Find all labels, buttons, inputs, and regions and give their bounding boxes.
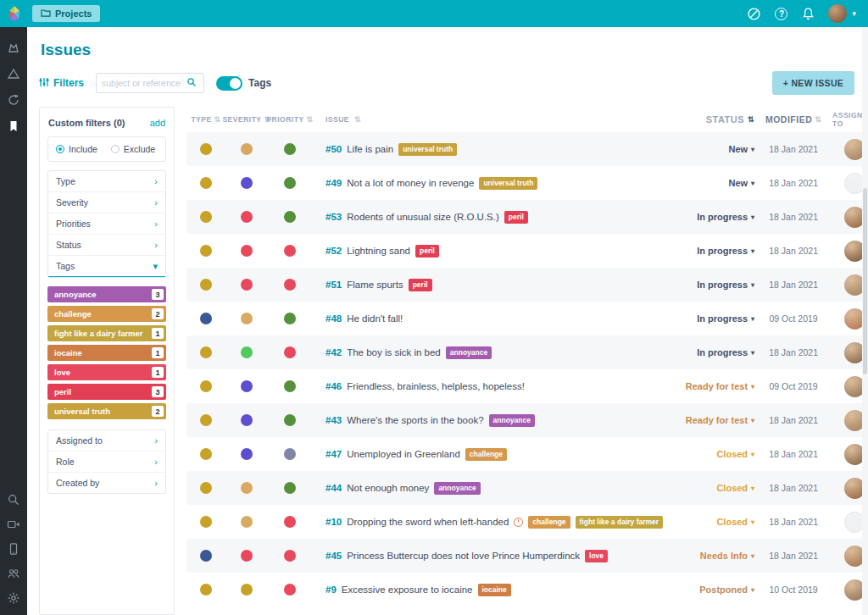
- column-header-priority[interactable]: PRIORITY⇅: [268, 115, 312, 124]
- issue-ref[interactable]: #47: [326, 449, 342, 459]
- priority-dot[interactable]: [284, 211, 296, 223]
- severity-dot[interactable]: [241, 177, 253, 189]
- filter-category[interactable]: Role ›: [48, 452, 165, 473]
- column-header-modified[interactable]: MODIFIED⇅: [754, 114, 832, 125]
- status-label[interactable]: In progress: [697, 212, 748, 222]
- priority-dot[interactable]: [284, 245, 296, 257]
- column-header-issue[interactable]: ISSUE⇅: [312, 115, 663, 124]
- issue-ref[interactable]: #42: [326, 347, 342, 357]
- filter-category[interactable]: Tags ▾: [48, 256, 165, 277]
- issue-title[interactable]: The boy is sick in bed: [347, 347, 441, 357]
- issue-ref[interactable]: #10: [326, 517, 342, 527]
- team-icon[interactable]: [7, 567, 20, 580]
- issue-row[interactable]: #47Unemployed in GreenlandchallengeClose…: [186, 437, 868, 471]
- backlog-icon[interactable]: [7, 67, 20, 80]
- type-dot[interactable]: [200, 279, 212, 291]
- status-label[interactable]: Closed: [716, 449, 748, 459]
- issue-title[interactable]: Lightning sand: [347, 246, 410, 256]
- add-filter-link[interactable]: add: [150, 118, 165, 128]
- severity-dot[interactable]: [241, 245, 253, 257]
- filter-category[interactable]: Assigned to ›: [48, 430, 165, 452]
- issue-row[interactable]: #53Rodents of unusual size (R.O.U.S.)per…: [186, 200, 868, 234]
- issue-row[interactable]: #48He didn't fall!In progress▾09 Oct 201…: [186, 302, 868, 335]
- issues-icon[interactable]: [7, 119, 20, 133]
- filter-category[interactable]: Created by ›: [48, 473, 165, 493]
- sort-icon[interactable]: ⇅: [748, 115, 754, 124]
- severity-dot[interactable]: [241, 516, 253, 528]
- issue-title[interactable]: Not enough money: [347, 483, 429, 493]
- priority-dot[interactable]: [284, 313, 296, 324]
- issue-title[interactable]: Dropping the sword when left-handed: [347, 517, 509, 527]
- priority-dot[interactable]: [284, 279, 296, 291]
- settings-gear-icon[interactable]: [7, 591, 20, 605]
- issue-title[interactable]: Excessive exposure to iocaine: [342, 585, 473, 595]
- status-label[interactable]: Postponed: [699, 585, 748, 595]
- column-header-status[interactable]: STATUS⇅: [663, 114, 754, 125]
- meet-up-video-icon[interactable]: [7, 518, 20, 531]
- filters-button[interactable]: Filters: [39, 77, 84, 90]
- issue-row[interactable]: #9Excessive exposure to iocaineiocainePo…: [186, 573, 868, 607]
- priority-dot[interactable]: [284, 550, 296, 562]
- tag-filter[interactable]: love 1: [47, 364, 166, 380]
- issue-ref[interactable]: #46: [326, 381, 342, 391]
- tag-filter[interactable]: iocaine 1: [47, 345, 166, 361]
- issue-title[interactable]: Unemployed in Greenland: [347, 449, 460, 459]
- sort-icon[interactable]: ⇅: [214, 115, 221, 124]
- issue-title[interactable]: Not a lot of money in revenge: [347, 178, 474, 188]
- search-icon[interactable]: [7, 493, 20, 507]
- column-header-type[interactable]: TYPE⇅: [186, 115, 225, 124]
- tags-toggle[interactable]: [216, 76, 242, 91]
- project-home-icon[interactable]: [7, 41, 20, 54]
- severity-dot[interactable]: [241, 143, 253, 155]
- mobile-icon[interactable]: [7, 542, 20, 556]
- issue-row[interactable]: #52Lightning sandperilIn progress▾18 Jan…: [186, 234, 868, 268]
- issue-row[interactable]: #10Dropping the sword when left-handedch…: [186, 505, 868, 539]
- scrollbar[interactable]: [862, 27, 868, 615]
- magnifier-icon[interactable]: [186, 75, 197, 91]
- priority-dot[interactable]: [284, 346, 296, 358]
- tag-filter[interactable]: annoyance 3: [47, 286, 166, 302]
- discover-icon[interactable]: [747, 7, 761, 21]
- scrollbar-thumb[interactable]: [863, 188, 867, 374]
- type-dot[interactable]: [200, 448, 212, 460]
- type-dot[interactable]: [200, 516, 212, 528]
- severity-dot[interactable]: [241, 313, 253, 324]
- priority-dot[interactable]: [284, 584, 296, 596]
- type-dot[interactable]: [200, 177, 212, 189]
- priority-dot[interactable]: [284, 448, 296, 460]
- tag-filter[interactable]: peril 3: [47, 384, 166, 400]
- issue-ref[interactable]: #49: [326, 178, 342, 188]
- issue-title[interactable]: Friendless, brainless, helpless, hopeles…: [347, 381, 525, 391]
- status-label[interactable]: Needs Info: [700, 551, 748, 561]
- priority-dot[interactable]: [284, 516, 296, 528]
- filter-category[interactable]: Priorities ›: [48, 213, 165, 235]
- sort-icon[interactable]: ⇅: [354, 115, 361, 124]
- filter-category[interactable]: Status ›: [48, 235, 165, 256]
- issue-title[interactable]: Flame spurts: [347, 280, 403, 290]
- severity-dot[interactable]: [241, 414, 253, 426]
- issue-ref[interactable]: #50: [326, 144, 342, 154]
- priority-dot[interactable]: [284, 380, 296, 392]
- exclude-radio[interactable]: Exclude: [111, 144, 155, 154]
- status-label[interactable]: In progress: [697, 280, 748, 290]
- type-dot[interactable]: [200, 211, 212, 223]
- status-label[interactable]: In progress: [697, 347, 748, 357]
- severity-dot[interactable]: [241, 211, 253, 223]
- status-label[interactable]: New: [728, 178, 748, 188]
- status-label[interactable]: Ready for test: [686, 415, 748, 425]
- issue-row[interactable]: #42The boy is sick in bedannoyanceIn pro…: [186, 335, 868, 369]
- severity-dot[interactable]: [241, 584, 253, 596]
- issue-ref[interactable]: #51: [326, 280, 342, 290]
- projects-button[interactable]: Projects: [32, 5, 100, 22]
- help-icon[interactable]: ?: [774, 7, 788, 21]
- issue-row[interactable]: #49Not a lot of money in revengeuniversa…: [186, 166, 868, 200]
- issue-ref[interactable]: #44: [326, 483, 342, 493]
- severity-dot[interactable]: [241, 448, 253, 460]
- status-label[interactable]: New: [728, 144, 748, 154]
- severity-dot[interactable]: [241, 279, 253, 291]
- user-menu-chevron-icon[interactable]: ▾: [852, 9, 856, 18]
- type-dot[interactable]: [200, 245, 212, 257]
- issue-ref[interactable]: #9: [326, 585, 337, 595]
- priority-dot[interactable]: [284, 143, 296, 155]
- sort-icon[interactable]: ⇅: [815, 115, 821, 124]
